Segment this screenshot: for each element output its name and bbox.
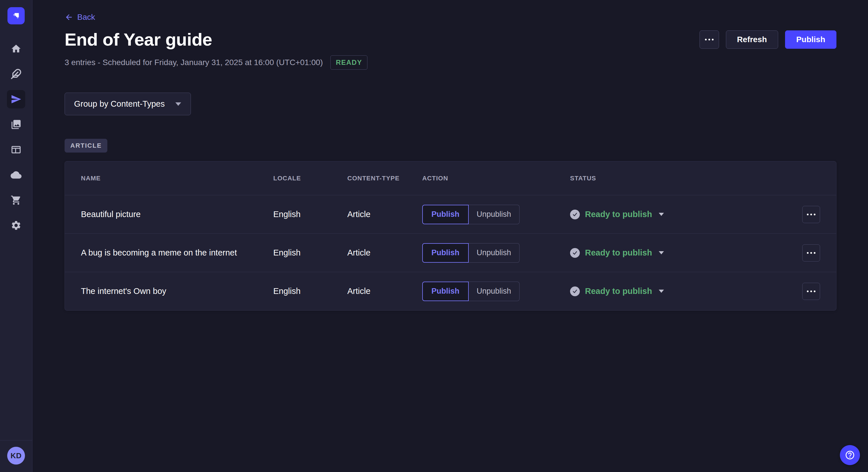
page-title: End of Year guide	[65, 29, 212, 49]
table-row: A bug is becoming a meme on the internet…	[65, 233, 836, 272]
entry-content-type: Article	[347, 210, 422, 219]
publish-toggle-button[interactable]: Publish	[422, 243, 469, 263]
cart-icon	[11, 195, 22, 206]
check-circle-icon	[570, 210, 580, 220]
sidebar-item-deploy[interactable]	[7, 166, 25, 184]
refresh-button[interactable]: Refresh	[726, 30, 778, 49]
help-icon	[845, 450, 855, 460]
row-more-button[interactable]	[802, 206, 820, 223]
help-button[interactable]	[840, 445, 860, 465]
sidebar-item-marketplace[interactable]	[7, 191, 25, 209]
entry-locale: English	[273, 248, 347, 258]
check-circle-icon	[570, 248, 580, 258]
arrow-back-icon	[65, 13, 73, 22]
check-circle-icon	[570, 286, 580, 296]
release-subtitle: 3 entries - Scheduled for Friday, Januar…	[65, 58, 323, 67]
column-header-content-type: CONTENT-TYPE	[347, 175, 422, 182]
sidebar-nav	[7, 40, 25, 241]
group-by-select-value: Group by Content-Types	[74, 99, 165, 109]
sidebar-item-media-library[interactable]	[7, 115, 25, 134]
column-header-status: STATUS	[570, 175, 802, 182]
sidebar-item-content-type-builder[interactable]	[7, 140, 25, 159]
ellipsis-icon	[807, 214, 815, 215]
entry-status[interactable]: Ready to publish	[570, 248, 664, 258]
unpublish-toggle-button[interactable]: Unpublish	[469, 281, 520, 301]
action-toggle: Publish Unpublish	[422, 243, 520, 263]
column-header-name: NAME	[81, 175, 273, 182]
status-label: Ready to publish	[585, 210, 652, 219]
chevron-down-icon	[658, 212, 664, 216]
status-label: Ready to publish	[585, 248, 652, 258]
table-row: The internet's Own boy English Article P…	[65, 272, 836, 310]
status-badge: READY	[330, 55, 368, 70]
main-content: Back End of Year guide Refresh Publish 3…	[32, 0, 868, 472]
ellipsis-icon	[705, 39, 714, 40]
sidebar-item-settings[interactable]	[7, 216, 25, 235]
publish-release-button[interactable]: Publish	[785, 30, 836, 49]
sidebar-item-content-manager[interactable]	[7, 65, 25, 83]
gear-icon	[11, 220, 22, 231]
entry-status[interactable]: Ready to publish	[570, 286, 664, 296]
sidebar-bottom: KD	[0, 440, 32, 472]
images-icon	[11, 119, 22, 130]
ellipsis-icon	[807, 252, 815, 254]
publish-toggle-button[interactable]: Publish	[422, 205, 469, 224]
sidebar-item-releases[interactable]	[7, 90, 25, 108]
sidebar-item-home[interactable]	[7, 40, 25, 58]
subtitle-row: 3 entries - Scheduled for Friday, Januar…	[65, 55, 836, 70]
entry-content-type: Article	[347, 248, 422, 258]
layout-icon	[11, 144, 22, 155]
entry-locale: English	[273, 210, 347, 219]
sidebar-divider	[0, 440, 32, 440]
sidebar: KD	[0, 0, 32, 472]
entry-name: The internet's Own boy	[81, 286, 273, 296]
release-more-button[interactable]	[700, 30, 719, 49]
header-actions: Refresh Publish	[700, 30, 836, 49]
paper-plane-icon	[11, 94, 22, 105]
action-toggle: Publish Unpublish	[422, 205, 520, 224]
entry-status[interactable]: Ready to publish	[570, 210, 664, 220]
row-more-button[interactable]	[802, 283, 820, 300]
user-avatar[interactable]: KD	[7, 447, 25, 465]
chevron-down-icon	[658, 251, 664, 255]
strapi-logo[interactable]	[7, 7, 25, 24]
column-header-action: ACTION	[422, 175, 570, 182]
column-header-locale: LOCALE	[273, 175, 347, 182]
chevron-down-icon	[175, 102, 181, 106]
feather-icon	[11, 69, 22, 79]
entry-content-type: Article	[347, 286, 422, 296]
table-header-row: NAME LOCALE CONTENT-TYPE ACTION STATUS	[65, 162, 836, 195]
content-type-group-badge: ARTICLE	[65, 139, 107, 153]
entries-table: NAME LOCALE CONTENT-TYPE ACTION STATUS B…	[65, 161, 836, 310]
table-row: Beautiful picture English Article Publis…	[65, 195, 836, 233]
home-icon	[11, 43, 22, 54]
group-by-select[interactable]: Group by Content-Types	[65, 93, 191, 115]
row-more-button[interactable]	[802, 244, 820, 262]
publish-toggle-button[interactable]: Publish	[422, 281, 469, 301]
action-toggle: Publish Unpublish	[422, 281, 520, 301]
entry-locale: English	[273, 286, 347, 296]
app-root: KD Back End of Year guide Refresh Publis…	[0, 0, 868, 472]
status-label: Ready to publish	[585, 286, 652, 296]
back-link[interactable]: Back	[65, 12, 95, 22]
cloud-icon	[11, 169, 22, 180]
title-row: End of Year guide Refresh Publish	[65, 29, 836, 49]
ellipsis-icon	[807, 291, 815, 292]
unpublish-toggle-button[interactable]: Unpublish	[469, 205, 520, 224]
chevron-down-icon	[658, 289, 664, 293]
entry-name: Beautiful picture	[81, 210, 273, 219]
unpublish-toggle-button[interactable]: Unpublish	[469, 243, 520, 263]
entry-name: A bug is becoming a meme on the internet	[81, 248, 273, 258]
strapi-logo-icon	[11, 10, 22, 21]
back-label: Back	[77, 12, 95, 22]
